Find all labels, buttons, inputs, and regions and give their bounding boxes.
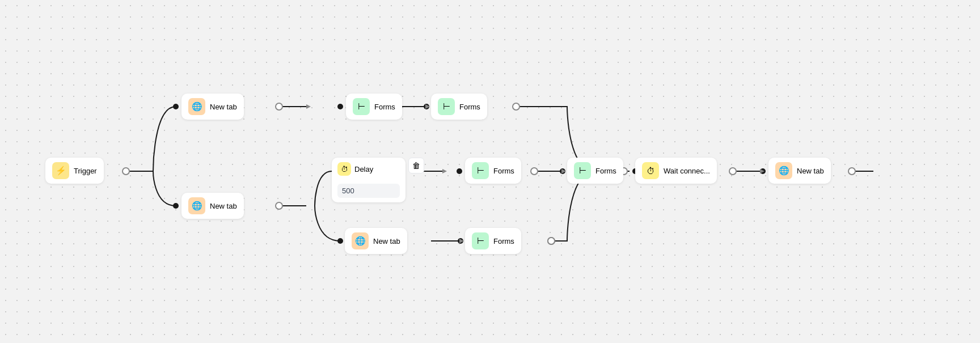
forms1-label: Forms [374, 103, 395, 111]
newtab-final-icon: 🌐 [775, 162, 792, 179]
delay-delete-button[interactable]: 🗑 [408, 158, 424, 173]
forms4-node[interactable]: ⊢ Forms [567, 158, 623, 184]
svg-point-4 [276, 202, 282, 209]
forms3-node[interactable]: ⊢ Forms [465, 158, 521, 184]
newtab-bottom-node[interactable]: 🌐 New tab [181, 193, 244, 219]
waitconnect-node[interactable]: ⏱ Wait connec... [635, 158, 717, 184]
svg-point-12 [173, 203, 179, 209]
trigger-icon: ⚡ [52, 162, 69, 179]
newtab-top-icon: 🌐 [188, 98, 205, 115]
newtab-top-node[interactable]: 🌐 New tab [181, 94, 244, 120]
newtab-mid-label: New tab [373, 237, 400, 245]
newtab-final-label: New tab [797, 167, 824, 175]
delay-input[interactable] [337, 184, 400, 198]
waitconnect-label: Wait connec... [664, 167, 710, 175]
svg-point-16 [457, 168, 462, 174]
svg-point-18 [560, 168, 565, 174]
svg-point-10 [848, 168, 855, 175]
svg-marker-23 [425, 104, 430, 109]
newtab-final-node[interactable]: 🌐 New tab [768, 158, 831, 184]
svg-point-5 [531, 168, 538, 175]
svg-point-14 [337, 238, 343, 244]
forms1-icon: ⊢ [353, 98, 370, 115]
svg-point-7 [548, 238, 555, 244]
newtab-top-label: New tab [210, 103, 237, 111]
newtab-mid-node[interactable]: 🌐 New tab [345, 228, 407, 254]
waitconnect-icon: ⏱ [642, 162, 659, 179]
delay-node[interactable]: ⏱ Delay [332, 158, 405, 202]
newtab-bottom-label: New tab [210, 202, 237, 210]
forms5-node[interactable]: ⊢ Forms [465, 228, 521, 254]
svg-point-3 [513, 103, 519, 110]
forms4-label: Forms [595, 167, 616, 175]
svg-point-21 [760, 168, 766, 174]
svg-marker-25 [442, 169, 447, 173]
svg-point-1 [276, 103, 282, 110]
svg-point-9 [729, 168, 736, 175]
forms1-node[interactable]: ⊢ Forms [346, 94, 402, 120]
delay-label: Delay [354, 165, 373, 173]
delay-icon: ⏱ [337, 162, 351, 176]
svg-point-13 [337, 104, 343, 109]
forms5-icon: ⊢ [472, 232, 489, 249]
forms2-icon: ⊢ [438, 98, 455, 115]
svg-point-8 [548, 238, 555, 244]
forms5-label: Forms [493, 237, 514, 245]
svg-point-11 [173, 104, 179, 109]
trigger-node[interactable]: ⚡ Trigger [45, 158, 104, 184]
newtab-mid-icon: 🌐 [352, 232, 369, 249]
forms2-label: Forms [459, 103, 480, 111]
forms3-label: Forms [493, 167, 514, 175]
svg-marker-26 [561, 169, 566, 173]
svg-point-0 [122, 168, 129, 175]
svg-point-17 [458, 238, 463, 244]
svg-point-15 [424, 104, 429, 109]
svg-marker-27 [459, 239, 464, 243]
newtab-bottom-icon: 🌐 [188, 197, 205, 214]
svg-marker-22 [306, 104, 311, 109]
svg-marker-28 [760, 169, 764, 173]
forms2-node[interactable]: ⊢ Forms [431, 94, 487, 120]
forms4-icon: ⊢ [574, 162, 591, 179]
trigger-label: Trigger [74, 167, 97, 175]
forms3-icon: ⊢ [472, 162, 489, 179]
